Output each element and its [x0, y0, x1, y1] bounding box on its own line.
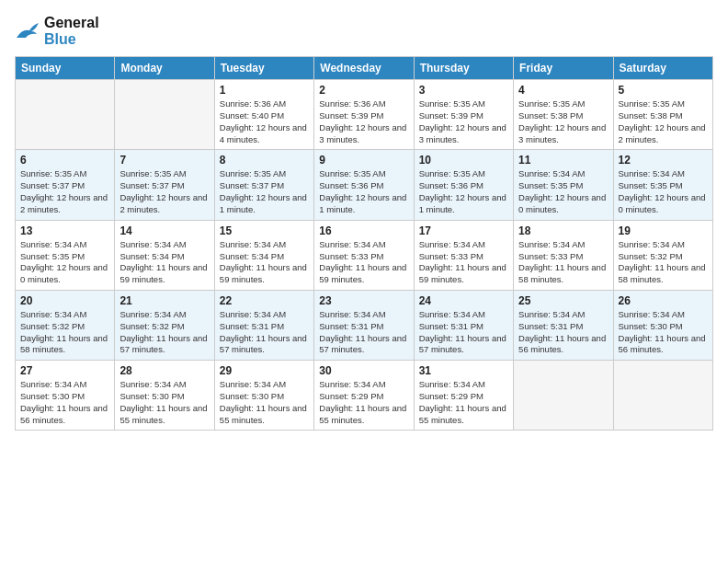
calendar-cell: [16, 80, 115, 150]
calendar-cell: 4Sunrise: 5:35 AM Sunset: 5:38 PM Daylig…: [514, 80, 613, 150]
calendar-cell: [514, 361, 613, 431]
calendar-cell: 3Sunrise: 5:35 AM Sunset: 5:39 PM Daylig…: [414, 80, 513, 150]
day-number: 1: [220, 84, 309, 97]
calendar-cell: 17Sunrise: 5:34 AM Sunset: 5:33 PM Dayli…: [414, 220, 513, 290]
calendar-cell: 23Sunrise: 5:34 AM Sunset: 5:31 PM Dayli…: [314, 290, 414, 360]
day-number: 9: [319, 154, 408, 167]
day-number: 4: [518, 84, 608, 97]
day-number: 11: [518, 154, 608, 167]
day-info: Sunrise: 5:34 AM Sunset: 5:33 PM Dayligh…: [319, 239, 408, 286]
day-number: 6: [20, 154, 109, 167]
day-info: Sunrise: 5:34 AM Sunset: 5:35 PM Dayligh…: [619, 168, 708, 215]
day-number: 10: [419, 154, 508, 167]
calendar-cell: 26Sunrise: 5:34 AM Sunset: 5:30 PM Dayli…: [613, 290, 712, 360]
day-info: Sunrise: 5:36 AM Sunset: 5:39 PM Dayligh…: [319, 98, 408, 145]
calendar-cell: 1Sunrise: 5:36 AM Sunset: 5:40 PM Daylig…: [214, 80, 313, 150]
day-number: 19: [619, 224, 708, 237]
calendar-cell: 9Sunrise: 5:35 AM Sunset: 5:36 PM Daylig…: [314, 150, 414, 220]
day-number: 8: [220, 154, 309, 167]
calendar-week-row: 27Sunrise: 5:34 AM Sunset: 5:30 PM Dayli…: [16, 361, 713, 431]
day-info: Sunrise: 5:35 AM Sunset: 5:37 PM Dayligh…: [119, 168, 209, 215]
day-info: Sunrise: 5:34 AM Sunset: 5:30 PM Dayligh…: [619, 309, 708, 356]
day-number: 27: [20, 364, 109, 377]
col-header-saturday: Saturday: [613, 57, 712, 80]
day-number: 22: [220, 294, 309, 307]
day-info: Sunrise: 5:34 AM Sunset: 5:30 PM Dayligh…: [220, 379, 309, 426]
day-number: 29: [220, 364, 309, 377]
calendar-table: SundayMondayTuesdayWednesdayThursdayFrid…: [15, 56, 713, 431]
calendar-cell: 30Sunrise: 5:34 AM Sunset: 5:29 PM Dayli…: [314, 361, 414, 431]
calendar-cell: 20Sunrise: 5:34 AM Sunset: 5:32 PM Dayli…: [16, 290, 115, 360]
day-info: Sunrise: 5:34 AM Sunset: 5:31 PM Dayligh…: [319, 309, 408, 356]
day-info: Sunrise: 5:34 AM Sunset: 5:31 PM Dayligh…: [419, 309, 508, 356]
day-number: 17: [419, 224, 508, 237]
day-number: 12: [619, 154, 708, 167]
calendar-cell: 7Sunrise: 5:35 AM Sunset: 5:37 PM Daylig…: [115, 150, 214, 220]
calendar-cell: 25Sunrise: 5:34 AM Sunset: 5:31 PM Dayli…: [514, 290, 613, 360]
logo-bird-icon: [15, 21, 40, 41]
day-info: Sunrise: 5:35 AM Sunset: 5:37 PM Dayligh…: [20, 168, 109, 215]
calendar-cell: 2Sunrise: 5:36 AM Sunset: 5:39 PM Daylig…: [314, 80, 414, 150]
day-info: Sunrise: 5:34 AM Sunset: 5:35 PM Dayligh…: [518, 168, 608, 215]
day-number: 5: [619, 84, 708, 97]
col-header-thursday: Thursday: [414, 57, 513, 80]
day-number: 24: [419, 294, 508, 307]
calendar-cell: 14Sunrise: 5:34 AM Sunset: 5:34 PM Dayli…: [115, 220, 214, 290]
day-number: 16: [319, 224, 408, 237]
day-info: Sunrise: 5:34 AM Sunset: 5:35 PM Dayligh…: [20, 239, 109, 286]
calendar-header-row: SundayMondayTuesdayWednesdayThursdayFrid…: [16, 57, 713, 80]
calendar-week-row: 13Sunrise: 5:34 AM Sunset: 5:35 PM Dayli…: [16, 220, 713, 290]
col-header-sunday: Sunday: [16, 57, 115, 80]
calendar-cell: 15Sunrise: 5:34 AM Sunset: 5:34 PM Dayli…: [214, 220, 313, 290]
day-info: Sunrise: 5:35 AM Sunset: 5:39 PM Dayligh…: [419, 98, 508, 145]
day-number: 26: [619, 294, 708, 307]
logo-text: General Blue: [44, 15, 99, 47]
col-header-wednesday: Wednesday: [314, 57, 414, 80]
calendar-cell: 22Sunrise: 5:34 AM Sunset: 5:31 PM Dayli…: [214, 290, 313, 360]
day-number: 3: [419, 84, 508, 97]
calendar-cell: 19Sunrise: 5:34 AM Sunset: 5:32 PM Dayli…: [613, 220, 712, 290]
day-number: 18: [518, 224, 608, 237]
day-info: Sunrise: 5:34 AM Sunset: 5:34 PM Dayligh…: [119, 239, 209, 286]
day-info: Sunrise: 5:35 AM Sunset: 5:36 PM Dayligh…: [419, 168, 508, 215]
calendar-cell: 10Sunrise: 5:35 AM Sunset: 5:36 PM Dayli…: [414, 150, 513, 220]
day-info: Sunrise: 5:34 AM Sunset: 5:30 PM Dayligh…: [20, 379, 109, 426]
day-number: 23: [319, 294, 408, 307]
day-info: Sunrise: 5:34 AM Sunset: 5:33 PM Dayligh…: [518, 239, 608, 286]
col-header-friday: Friday: [514, 57, 613, 80]
day-number: 15: [220, 224, 309, 237]
day-number: 31: [419, 364, 508, 377]
day-info: Sunrise: 5:35 AM Sunset: 5:38 PM Dayligh…: [619, 98, 708, 145]
day-info: Sunrise: 5:34 AM Sunset: 5:33 PM Dayligh…: [419, 239, 508, 286]
calendar-cell: 31Sunrise: 5:34 AM Sunset: 5:29 PM Dayli…: [414, 361, 513, 431]
day-number: 20: [20, 294, 109, 307]
day-info: Sunrise: 5:34 AM Sunset: 5:29 PM Dayligh…: [419, 379, 508, 426]
day-number: 14: [119, 224, 209, 237]
day-info: Sunrise: 5:34 AM Sunset: 5:32 PM Dayligh…: [119, 309, 209, 356]
calendar-cell: [115, 80, 214, 150]
day-info: Sunrise: 5:34 AM Sunset: 5:31 PM Dayligh…: [518, 309, 608, 356]
calendar-cell: 12Sunrise: 5:34 AM Sunset: 5:35 PM Dayli…: [613, 150, 712, 220]
calendar-cell: 8Sunrise: 5:35 AM Sunset: 5:37 PM Daylig…: [214, 150, 313, 220]
day-info: Sunrise: 5:34 AM Sunset: 5:34 PM Dayligh…: [220, 239, 309, 286]
calendar-cell: 28Sunrise: 5:34 AM Sunset: 5:30 PM Dayli…: [115, 361, 214, 431]
calendar-cell: 21Sunrise: 5:34 AM Sunset: 5:32 PM Dayli…: [115, 290, 214, 360]
day-number: 13: [20, 224, 109, 237]
day-info: Sunrise: 5:35 AM Sunset: 5:37 PM Dayligh…: [220, 168, 309, 215]
calendar-cell: 6Sunrise: 5:35 AM Sunset: 5:37 PM Daylig…: [16, 150, 115, 220]
calendar-cell: 13Sunrise: 5:34 AM Sunset: 5:35 PM Dayli…: [16, 220, 115, 290]
day-info: Sunrise: 5:36 AM Sunset: 5:40 PM Dayligh…: [220, 98, 309, 145]
day-info: Sunrise: 5:34 AM Sunset: 5:30 PM Dayligh…: [119, 379, 209, 426]
calendar-cell: [613, 361, 712, 431]
day-info: Sunrise: 5:34 AM Sunset: 5:32 PM Dayligh…: [20, 309, 109, 356]
day-info: Sunrise: 5:34 AM Sunset: 5:32 PM Dayligh…: [619, 239, 708, 286]
calendar-cell: 24Sunrise: 5:34 AM Sunset: 5:31 PM Dayli…: [414, 290, 513, 360]
day-info: Sunrise: 5:34 AM Sunset: 5:29 PM Dayligh…: [319, 379, 408, 426]
day-info: Sunrise: 5:35 AM Sunset: 5:38 PM Dayligh…: [518, 98, 608, 145]
calendar-week-row: 6Sunrise: 5:35 AM Sunset: 5:37 PM Daylig…: [16, 150, 713, 220]
calendar-cell: 16Sunrise: 5:34 AM Sunset: 5:33 PM Dayli…: [314, 220, 414, 290]
calendar-cell: 5Sunrise: 5:35 AM Sunset: 5:38 PM Daylig…: [613, 80, 712, 150]
day-number: 7: [119, 154, 209, 167]
calendar-cell: 18Sunrise: 5:34 AM Sunset: 5:33 PM Dayli…: [514, 220, 613, 290]
logo: General Blue: [15, 15, 99, 47]
